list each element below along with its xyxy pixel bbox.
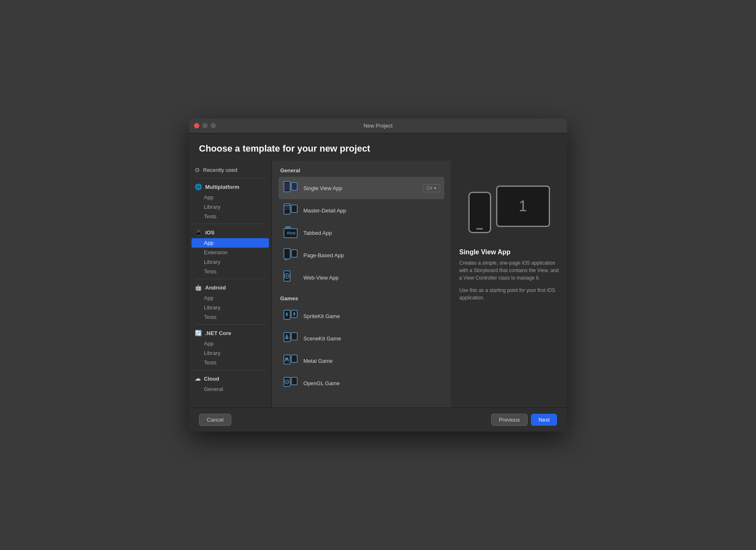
web-view-app-icon [283,270,298,285]
metal-game-name: Metal Game [303,358,333,364]
sidebar-item-multiplatform-library[interactable]: Library [189,202,271,212]
template-web-view-app[interactable]: Web-View App [279,266,444,289]
sidebar-group-ios[interactable]: 📱 iOS [189,227,271,238]
tabbed-app-icon: First [283,225,298,241]
single-view-app-name: Single View App [303,185,342,191]
close-button[interactable] [194,123,199,128]
previous-button[interactable]: Previous [491,414,528,426]
sidebar-section-dotnet: 🔄 .NET Core App Library Tests [189,327,271,367]
sidebar-divider-2 [195,224,266,224]
preview-description-1: Creates a simple, one-page iOS applicati… [459,259,559,282]
multiplatform-icon: 🌐 [195,183,202,190]
badge-label: C# [426,186,432,191]
sidebar-group-dotnet[interactable]: 🔄 .NET Core [189,327,271,339]
window-title: New Project [363,123,393,129]
template-opengl-game[interactable]: OpenGL Game [279,372,444,394]
tablet-device-preview: 1 [496,186,550,227]
sidebar-item-dotnet-tests[interactable]: Tests [189,358,271,367]
tabbed-app-name: Tabbed App [303,230,332,236]
multiplatform-label: Multiplatform [205,184,239,190]
metal-game-icon [283,353,298,369]
sidebar-section-ios: 📱 iOS App Extension Library Tests [189,227,271,276]
template-panel: General Single View App [272,161,451,408]
template-single-view-app[interactable]: Single View App C# ▾ [279,177,444,199]
svg-rect-31 [291,377,297,385]
page-header: Choose a template for your new project [189,133,567,161]
master-detail-app-icon [283,203,298,218]
sidebar-item-ios-tests[interactable]: Tests [189,267,271,276]
scenekit-game-name: SceneKit Game [303,335,341,342]
general-template-list: Single View App C# ▾ [279,177,444,289]
svg-point-13 [286,259,287,261]
single-view-app-badge[interactable]: C# ▾ [423,184,440,192]
template-page-based-app[interactable]: Page-Based App [279,244,444,266]
android-icon: 🤖 [195,284,202,291]
sidebar-item-android-app[interactable]: App [189,293,271,303]
spritekit-game-icon [283,308,298,324]
sidebar-item-android-tests[interactable]: Tests [189,312,271,322]
single-view-app-icon [283,180,298,196]
cloud-icon: ☁ [195,375,201,382]
sidebar: ⊙ Recently used 🌐 Multiplatform App Libr… [189,161,272,408]
cloud-label: Cloud [204,376,219,382]
main-content: Choose a template for your new project ⊙… [189,133,567,432]
sidebar-item-multiplatform-app[interactable]: App [189,193,271,202]
clock-icon: ⊙ [195,166,200,173]
footer: Cancel Previous Next [189,408,567,432]
sidebar-item-multiplatform-tests[interactable]: Tests [189,212,271,221]
sidebar-item-cloud-general[interactable]: General [189,384,271,394]
sidebar-group-android[interactable]: 🤖 Android [189,282,271,293]
ios-label: iOS [205,229,214,236]
page-title: Choose a template for your new project [199,143,370,154]
page-based-app-icon [283,247,298,263]
svg-rect-28 [291,355,297,362]
footer-right: Previous Next [491,414,557,426]
maximize-button[interactable] [211,123,216,128]
new-project-window: New Project Choose a template for your n… [189,118,567,432]
sidebar-group-multiplatform[interactable]: 🌐 Multiplatform [189,181,271,193]
dotnet-icon: 🔄 [195,330,202,336]
svg-rect-7 [284,209,290,210]
cancel-button[interactable]: Cancel [199,414,231,426]
sidebar-item-ios-extension[interactable]: Extension [189,248,271,257]
svg-rect-12 [284,248,290,259]
sidebar-divider-4 [195,324,266,325]
svg-rect-8 [291,205,297,212]
recently-used-header: ⊙ Recently used [189,164,271,176]
sidebar-item-dotnet-app[interactable]: App [189,339,271,348]
svg-point-15 [289,259,290,261]
games-template-list: SpriteKit Game SceneKit Game [279,305,444,394]
sidebar-item-android-library[interactable]: Library [189,303,271,312]
template-tabbed-app[interactable]: First Tabbed App [279,222,444,244]
svg-rect-5 [284,205,290,206]
traffic-lights [194,123,216,128]
sidebar-section-android: 🤖 Android App Library Tests [189,282,271,322]
svg-rect-6 [284,207,290,208]
svg-text:First: First [287,231,296,235]
svg-rect-1 [284,183,290,191]
opengl-game-icon [283,375,298,391]
sidebar-item-ios-app[interactable]: App [191,238,269,248]
games-section-title: Games [279,295,444,302]
next-button[interactable]: Next [531,414,557,426]
template-scenekit-game[interactable]: SceneKit Game [279,327,444,350]
template-master-detail-app[interactable]: Master-Detail App [279,199,444,222]
preview-panel: 1 Single View App Creates a simple, one-… [451,161,567,408]
template-spritekit-game[interactable]: SpriteKit Game [279,305,444,327]
general-section-title: General [279,167,444,174]
preview-description-2: Use this as a starting point for your fi… [459,287,559,302]
footer-left: Cancel [199,414,231,426]
sidebar-item-dotnet-library[interactable]: Library [189,348,271,358]
minimize-button[interactable] [202,123,208,128]
sidebar-group-cloud[interactable]: ☁ Cloud [189,373,271,384]
sidebar-item-ios-library[interactable]: Library [189,257,271,267]
spritekit-game-name: SpriteKit Game [303,313,340,319]
svg-point-14 [287,259,288,261]
preview-illustration: 1 [459,169,559,244]
dropdown-arrow-icon: ▾ [434,186,436,191]
dotnet-label: .NET Core [205,330,231,336]
svg-rect-26 [291,333,297,340]
svg-rect-3 [292,183,297,189]
page-based-app-name: Page-Based App [303,252,344,258]
template-metal-game[interactable]: Metal Game [279,350,444,372]
